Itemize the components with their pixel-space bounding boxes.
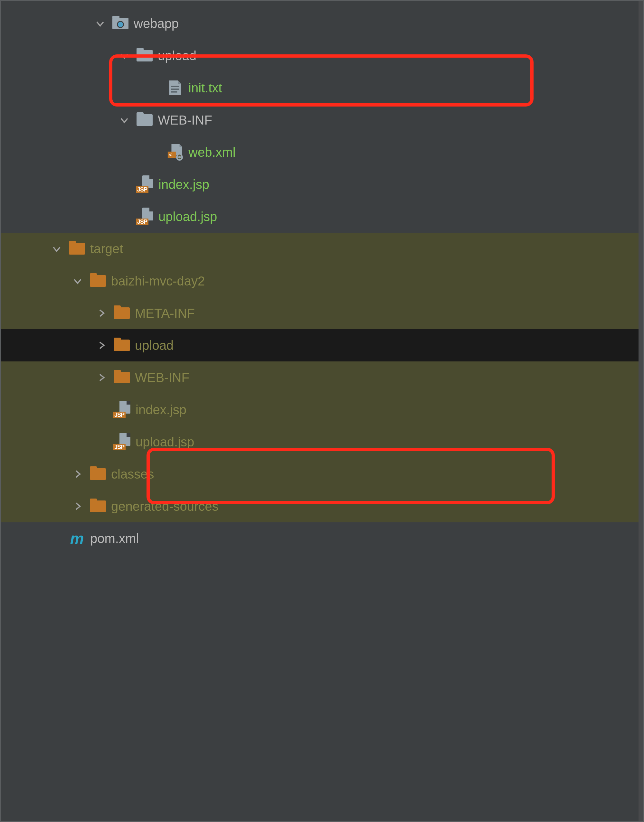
spacer <box>118 211 130 222</box>
project-tree: webapp upload init.txt WEB-INF <box>1 1 643 554</box>
tree-item-index-jsp-target[interactable]: JSP index.jsp <box>1 393 643 426</box>
chevron-right-icon[interactable] <box>72 501 83 512</box>
tree-label: generated-sources <box>111 499 219 514</box>
tree-label: init.txt <box>189 81 222 95</box>
tree-item-upload-jsp-target[interactable]: JSP upload.jsp <box>1 426 643 458</box>
tree-item-init-txt[interactable]: init.txt <box>1 72 643 104</box>
tree-item-webinf-target[interactable]: WEB-INF <box>1 361 643 393</box>
tree-item-classes[interactable]: classes <box>1 458 643 490</box>
spacer <box>118 179 130 190</box>
jsp-file-icon: JSP <box>136 208 154 226</box>
tree-label: WEB-INF <box>158 113 212 127</box>
spacer <box>51 533 63 544</box>
spacer <box>96 436 107 448</box>
xml-file-icon: < <box>167 144 184 161</box>
svg-rect-1 <box>171 89 179 90</box>
chevron-down-icon[interactable] <box>118 114 130 126</box>
tree-label: upload <box>135 338 173 353</box>
text-file-icon <box>167 79 184 96</box>
tree-label: target <box>90 242 123 256</box>
chevron-right-icon[interactable] <box>96 340 107 351</box>
tree-item-webinf-src[interactable]: WEB-INF <box>1 104 643 136</box>
tree-item-upload-target[interactable]: upload <box>1 329 643 361</box>
tree-item-upload-src[interactable]: upload <box>1 40 643 72</box>
chevron-down-icon[interactable] <box>72 275 83 287</box>
tree-item-pom-xml[interactable]: m pom.xml <box>1 522 643 554</box>
excluded-folder-icon <box>113 337 130 354</box>
spacer <box>149 147 161 158</box>
chevron-down-icon[interactable] <box>94 18 106 29</box>
excluded-folder-icon <box>89 497 107 515</box>
tree-label: baizhi-mvc-day2 <box>111 274 205 288</box>
tree-item-project-build[interactable]: baizhi-mvc-day2 <box>1 265 643 297</box>
scrollbar-rail[interactable] <box>638 1 643 821</box>
tree-item-webapp[interactable]: webapp <box>1 8 643 40</box>
tree-label: upload.jsp <box>158 210 217 224</box>
spacer <box>96 404 107 415</box>
folder-icon <box>136 47 153 64</box>
tree-item-target[interactable]: target <box>1 233 643 265</box>
jsp-file-icon: JSP <box>136 175 154 193</box>
jsp-file-icon: JSP <box>113 433 131 451</box>
excluded-folder-icon <box>68 240 86 257</box>
tree-label: pom.xml <box>90 531 139 546</box>
chevron-down-icon[interactable] <box>51 243 63 254</box>
chevron-right-icon[interactable] <box>96 372 107 383</box>
tree-label: upload <box>158 49 196 63</box>
tree-item-index-jsp-src[interactable]: JSP index.jsp <box>1 168 643 201</box>
tree-item-metainf[interactable]: META-INF <box>1 297 643 329</box>
tree-label: index.jsp <box>136 403 186 417</box>
svg-rect-0 <box>171 86 179 87</box>
tree-label: webapp <box>133 17 179 31</box>
svg-text:<: < <box>169 152 172 158</box>
chevron-right-icon[interactable] <box>72 468 83 480</box>
chevron-right-icon[interactable] <box>96 308 107 319</box>
tree-item-upload-jsp-src[interactable]: JSP upload.jsp <box>1 201 643 233</box>
maven-icon: m <box>68 530 86 547</box>
excluded-folder-icon <box>89 272 107 290</box>
svg-rect-2 <box>171 91 178 92</box>
spacer <box>149 82 161 94</box>
excluded-folder-icon <box>113 305 130 322</box>
tree-label: upload.jsp <box>136 435 194 449</box>
chevron-down-icon[interactable] <box>118 50 130 61</box>
tree-label: WEB-INF <box>135 370 189 385</box>
tree-label: classes <box>111 467 154 482</box>
tree-item-web-xml[interactable]: < web.xml <box>1 136 643 168</box>
tree-label: META-INF <box>135 306 195 321</box>
web-folder-icon <box>112 15 129 32</box>
tree-label: index.jsp <box>158 178 209 192</box>
excluded-folder-icon <box>89 465 107 483</box>
jsp-file-icon: JSP <box>113 401 131 419</box>
excluded-folder-icon <box>113 369 130 386</box>
tree-label: web.xml <box>189 145 236 160</box>
folder-icon <box>136 111 153 129</box>
tree-item-generated-sources[interactable]: generated-sources <box>1 490 643 522</box>
